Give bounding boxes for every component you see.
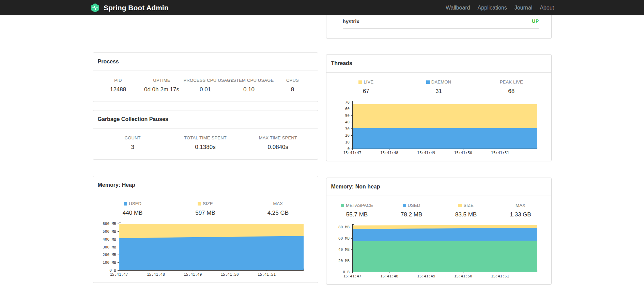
application-status-panel: hystrix UP	[326, 15, 552, 39]
stat-system-cpu-usage: SYSTEM CPU USAGE 0.10	[227, 78, 271, 93]
threads-panel-title: Threads	[326, 55, 551, 73]
svg-text:40: 40	[345, 120, 349, 124]
svg-text:600 MB: 600 MB	[103, 222, 116, 226]
svg-text:15:41:50: 15:41:50	[454, 274, 472, 278]
svg-text:15:41:49: 15:41:49	[417, 151, 435, 155]
gc-panel: Garbage Collection Pauses COUNT 3 TOTAL …	[93, 110, 318, 159]
svg-text:15:41:50: 15:41:50	[454, 151, 472, 155]
gc-panel-title: Garbage Collection Pauses	[93, 110, 318, 128]
left-column: Process PID 12488 UPTIME 0d 0h 2m 17s PR…	[93, 15, 318, 291]
svg-text:15:41:49: 15:41:49	[184, 272, 202, 277]
svg-text:20 MB: 20 MB	[338, 259, 349, 263]
stat-threads-live: LIVE 67	[330, 79, 402, 95]
threads-chart: 01020304050607015:41:4715:41:4815:41:491…	[331, 98, 547, 157]
stat-threads-peak-live: PEAK LIVE 68	[475, 79, 548, 95]
application-row[interactable]: hystrix UP	[343, 15, 539, 28]
stat-nonheap-size: SIZE 83.5 MB	[439, 203, 493, 218]
application-status-badge: UP	[532, 18, 539, 25]
svg-text:15:41:49: 15:41:49	[417, 274, 435, 278]
svg-text:15:41:47: 15:41:47	[343, 274, 361, 278]
svg-text:500 MB: 500 MB	[103, 229, 116, 234]
brand[interactable]: Spring Boot Admin	[90, 3, 169, 13]
memory-heap-legend: USED 440 MB SIZE 597 MB MAX 4.25 GB	[93, 194, 318, 216]
right-column: hystrix UP Threads LIVE 67 DAEMON 31 PEA…	[326, 15, 552, 293]
navbar: Spring Boot Admin Wallboard Applications…	[0, 0, 644, 15]
svg-text:15:41:47: 15:41:47	[110, 272, 128, 277]
svg-text:15:41:47: 15:41:47	[343, 151, 361, 155]
stat-process-cpu-usage: PROCESS CPU USAGE 0.01	[184, 78, 227, 93]
stat-nonheap-max: MAX 1.33 GB	[493, 203, 548, 218]
svg-text:70: 70	[345, 100, 349, 105]
threads-live-legend-swatch	[358, 80, 362, 84]
nav-item-applications[interactable]: Applications	[474, 5, 510, 11]
memory-nonheap-panel-title: Memory: Non heap	[326, 178, 551, 196]
svg-text:15:41:51: 15:41:51	[258, 272, 276, 277]
application-row-wrap: hystrix UP	[343, 15, 539, 29]
svg-text:15:41:51: 15:41:51	[491, 151, 509, 155]
svg-text:400 MB: 400 MB	[103, 237, 116, 242]
svg-text:15:41:51: 15:41:51	[491, 274, 509, 278]
nav-item-wallboard[interactable]: Wallboard	[442, 5, 474, 11]
stat-pid: PID 12488	[96, 78, 140, 93]
memory-nonheap-legend: METASPACE 55.7 MB USED 78.2 MB SIZE 83.5…	[326, 196, 551, 218]
svg-text:10: 10	[345, 140, 349, 145]
memory-nonheap-chart: 0 B20 MB40 MB60 MB80 MB15:41:4715:41:481…	[331, 222, 547, 280]
spring-boot-admin-logo-icon	[90, 3, 100, 13]
stat-uptime: UPTIME 0d 0h 2m 17s	[140, 78, 184, 93]
svg-text:100 MB: 100 MB	[103, 260, 116, 265]
navbar-inner: Spring Boot Admin Wallboard Applications…	[90, 0, 554, 15]
threads-daemon-legend-swatch	[426, 80, 430, 84]
threads-legend: LIVE 67 DAEMON 31 PEAK LIVE 68	[326, 73, 551, 95]
process-stats: PID 12488 UPTIME 0d 0h 2m 17s PROCESS CP…	[93, 71, 318, 102]
nonheap-metaspace-legend-swatch	[341, 204, 344, 207]
application-name[interactable]: hystrix	[343, 18, 359, 25]
stat-nonheap-metaspace: METASPACE 55.7 MB	[330, 203, 384, 218]
nav-item-journal[interactable]: Journal	[511, 5, 536, 11]
stat-heap-size: SIZE 597 MB	[169, 201, 242, 216]
gc-stats: COUNT 3 TOTAL TIME SPENT 0.1380s MAX TIM…	[93, 128, 318, 159]
stat-gc-max-time: MAX TIME SPENT 0.0840s	[242, 135, 314, 151]
svg-text:40 MB: 40 MB	[338, 247, 349, 252]
heap-size-legend-swatch	[198, 202, 201, 206]
svg-text:60 MB: 60 MB	[338, 236, 349, 241]
memory-heap-chart: 0 B100 MB200 MB300 MB400 MB500 MB600 MB1…	[98, 220, 313, 278]
threads-panel: Threads LIVE 67 DAEMON 31 PEAK LIVE 68 0…	[326, 54, 552, 161]
svg-text:30: 30	[345, 127, 349, 131]
memory-nonheap-panel: Memory: Non heap METASPACE 55.7 MB USED …	[326, 178, 552, 285]
stat-nonheap-used: USED 78.2 MB	[384, 203, 439, 218]
svg-text:15:41:48: 15:41:48	[380, 151, 398, 155]
heap-used-legend-swatch	[124, 202, 127, 206]
stat-gc-count: COUNT 3	[96, 135, 169, 151]
svg-text:20: 20	[345, 133, 349, 138]
memory-heap-panel: Memory: Heap USED 440 MB SIZE 597 MB MAX…	[93, 176, 318, 283]
stat-cpus: CPUS 8	[271, 78, 315, 93]
nonheap-size-legend-swatch	[458, 204, 462, 207]
svg-text:60: 60	[345, 107, 349, 111]
svg-text:15:41:50: 15:41:50	[220, 272, 239, 277]
nav-links: Wallboard Applications Journal About	[442, 5, 554, 11]
memory-heap-panel-title: Memory: Heap	[93, 176, 318, 194]
process-panel: Process PID 12488 UPTIME 0d 0h 2m 17s PR…	[93, 52, 318, 102]
stat-gc-total-time: TOTAL TIME SPENT 0.1380s	[169, 135, 242, 151]
svg-text:15:41:48: 15:41:48	[380, 274, 398, 278]
svg-text:80 MB: 80 MB	[338, 225, 349, 229]
nav-item-about[interactable]: About	[536, 5, 554, 11]
main-content: Process PID 12488 UPTIME 0d 0h 2m 17s PR…	[93, 15, 552, 293]
nonheap-used-legend-swatch	[403, 204, 406, 207]
brand-title: Spring Boot Admin	[104, 4, 169, 12]
stat-heap-max: MAX 4.25 GB	[242, 201, 314, 216]
stat-heap-used: USED 440 MB	[96, 201, 169, 216]
svg-text:15:41:48: 15:41:48	[147, 272, 165, 277]
svg-text:50: 50	[345, 113, 349, 118]
svg-text:200 MB: 200 MB	[103, 253, 116, 257]
process-panel-title: Process	[93, 53, 318, 71]
svg-text:300 MB: 300 MB	[103, 245, 116, 249]
stat-threads-daemon: DAEMON 31	[402, 79, 475, 95]
